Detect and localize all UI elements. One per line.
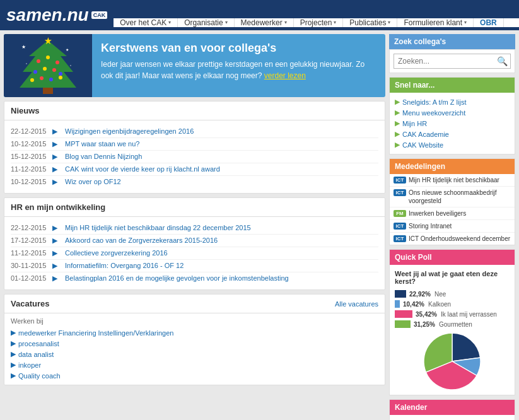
snel-naar-item[interactable]: ▶Snelgids: A t/m Z lijst [395, 96, 510, 107]
list-item: 11-12-2015▶CAK wint voor de vierde keer … [11, 163, 378, 176]
vacature-link[interactable]: inkoper [18, 361, 41, 369]
vacatures-sub-label: Werken bij [4, 316, 385, 327]
arrow-icon: ▶ [395, 119, 400, 127]
meded-badge: ICT [394, 177, 406, 184]
nieuws-content: 22-12-2015▶Wijzigingen eigenbijdragerege… [4, 120, 385, 193]
list-item: 30-11-2015▶Informatiefilm: Overgang 2016… [11, 260, 378, 272]
nav-item-formulieren-klant[interactable]: Formulieren klant ▾ [397, 18, 474, 27]
svg-point-8 [52, 68, 56, 72]
hr-link[interactable]: Collectieve zorgverzekering 2016 [65, 249, 168, 257]
bullet-icon: ▶ [52, 262, 57, 270]
vacature-link[interactable]: procesanalist [18, 340, 59, 347]
list-item: ▶Quality coach [4, 370, 385, 381]
svg-text:★: ★ [66, 48, 69, 52]
bullet-icon: ▶ [11, 371, 16, 380]
bullet-icon: ▶ [52, 127, 57, 136]
vacature-link[interactable]: medewerker Financiering Instellingen/Ver… [18, 329, 173, 337]
search-icon[interactable]: 🔍 [497, 56, 508, 66]
vacatures-title: Vacatures [11, 299, 49, 308]
bullet-icon: ▶ [52, 249, 57, 257]
news-link[interactable]: Wiz over op OF12 [65, 178, 121, 186]
news-link[interactable]: CAK wint voor de vierde keer op rij klac… [65, 165, 220, 173]
kalender-title: Kalender [390, 400, 515, 415]
bullet-icon: ▶ [52, 236, 57, 245]
vacature-link[interactable]: Quality coach [18, 372, 61, 380]
news-date: 10-12-2015 [11, 178, 47, 186]
news-date: 15-12-2015 [11, 153, 47, 161]
bullet-icon: ▶ [52, 224, 57, 232]
search-input[interactable] [394, 54, 511, 69]
poll-bar [395, 310, 412, 318]
meded-badge: ICT [394, 189, 406, 196]
logo-text[interactable]: samen.nu [6, 5, 89, 25]
nieuws-title: Nieuws [4, 102, 385, 120]
snel-naar-list: ▶Snelgids: A t/m Z lijst▶Menu weekoverzi… [390, 93, 515, 154]
snel-naar-item[interactable]: ▶CAK Website [395, 139, 510, 150]
christmas-tree-icon: ★ ★ * * [16, 37, 79, 94]
list-item: ▶data analist [4, 349, 385, 359]
hero-body: Ieder jaar wensen we elkaar prettige ker… [101, 59, 376, 81]
poll-bars: 22,92%Nee10,42%Kalkoen35,42%Ik laat mij … [395, 290, 510, 328]
list-item: ▶medewerker Financiering Instellingen/Ve… [4, 327, 385, 338]
news-link[interactable]: MPT waar staan we nu? [65, 140, 139, 148]
nav-item-over-het-cak[interactable]: Over het CAK ▾ [114, 18, 178, 27]
list-item: 10-12-2015▶Wiz over op OF12 [11, 176, 378, 188]
nav-item-obr[interactable]: OBR [474, 18, 504, 27]
poll-percentage: 35,42% [416, 311, 438, 318]
poll-pie-chart [424, 333, 481, 390]
news-date: 10-12-2015 [11, 140, 47, 148]
search-box: 🔍 [389, 49, 515, 73]
snel-naar-section: Snel naar... ▶Snelgids: A t/m Z lijst▶Me… [389, 77, 515, 155]
mededelingen-list: ICTMijn HR tijdelijk niet beschikbaarICT… [390, 174, 515, 245]
bullet-icon: ▶ [11, 350, 16, 358]
nav-item-organisatie[interactable]: Organisatie ▾ [178, 18, 234, 27]
nav-arrow-icon: ▾ [168, 20, 171, 25]
snel-naar-item[interactable]: ▶CAK Academie [395, 129, 510, 139]
hr-link[interactable]: Akkoord cao van de Zorgverzekeraars 2015… [65, 236, 218, 245]
meded-text: Mijn HR tijdelijk niet beschikbaar [409, 176, 499, 184]
hero-read-more-link[interactable]: verder lezen [264, 71, 306, 80]
nav-item-medewerker[interactable]: Medewerker ▾ [235, 18, 294, 27]
poll-bar [395, 290, 406, 298]
news-link[interactable]: Blog van Dennis Nijzingh [65, 153, 142, 161]
svg-point-9 [59, 72, 62, 76]
snel-naar-item[interactable]: ▶Menu weekoverzicht [395, 107, 510, 118]
bullet-icon: ▶ [52, 140, 57, 148]
logo-cak: CAK [91, 11, 108, 19]
header: samen.nu CAK Over het CAK ▾Organisatie ▾… [0, 0, 519, 30]
vacature-link[interactable]: data analist [18, 351, 54, 358]
news-date: 17-12-2015 [11, 236, 47, 245]
main-column: ★ ★ * * Kerstwens van en voor collega's … [4, 34, 385, 420]
poll-percentage: 10,42% [403, 301, 425, 308]
search-title: Zoek collega's [389, 34, 515, 49]
bullet-icon: ▶ [11, 339, 16, 347]
hr-section: HR en mijn ontwikkeling 22-12-2015▶Mijn … [4, 197, 385, 290]
snel-naar-item[interactable]: ▶Mijn HR [395, 118, 510, 129]
poll-bar-row: 22,92%Nee [395, 290, 510, 298]
poll-percentage: 22,92% [409, 291, 431, 298]
list-item: ▶inkoper [4, 359, 385, 370]
list-item: 01-12-2015▶Belastingplan 2016 en de moge… [11, 272, 378, 284]
quick-poll-title: Quick Poll [390, 250, 515, 265]
list-item: 17-12-2015▶Akkoord cao van de Zorgverzek… [11, 235, 378, 247]
nav-item-publicaties[interactable]: Publicaties ▾ [343, 18, 397, 27]
news-date: 11-12-2015 [11, 165, 47, 173]
poll-bar [395, 300, 400, 308]
hr-link[interactable]: Mijn HR tijdelijk niet beschikbaar dinsd… [65, 224, 251, 232]
hr-link[interactable]: Informatiefilm: Overgang 2016 - OF 12 [65, 262, 184, 270]
hr-link[interactable]: Belastingplan 2016 en de mogelijke gevol… [65, 274, 289, 283]
nav-bar: Over het CAK ▾Organisatie ▾Medewerker ▾P… [114, 16, 519, 27]
news-link[interactable]: Wijzigingen eigenbijdrageregelingen 2016 [65, 127, 194, 136]
bullet-icon: ▶ [52, 165, 57, 173]
poll-bar-row: 31,25%Gourmetten [395, 320, 510, 328]
nav-item-projecten[interactable]: Projecten ▾ [294, 18, 344, 27]
quick-poll-section: Quick Poll Weet jij al wat je gaat eten … [389, 249, 515, 395]
meded-text: Storing Intranet [409, 222, 452, 230]
list-item: ICTStoring Intranet [390, 220, 515, 233]
list-item: 10-12-2015▶MPT waar staan we nu? [11, 138, 378, 151]
hero-banner: ★ ★ * * Kerstwens van en voor collega's … [4, 34, 385, 97]
meded-text: Inwerken beveiligers [409, 209, 466, 218]
hero-image: ★ ★ * * [4, 34, 92, 97]
alle-vacatures-link[interactable]: Alle vacatures [335, 300, 378, 308]
hero-body-text: Ieder jaar wensen we elkaar prettige ker… [101, 60, 364, 80]
